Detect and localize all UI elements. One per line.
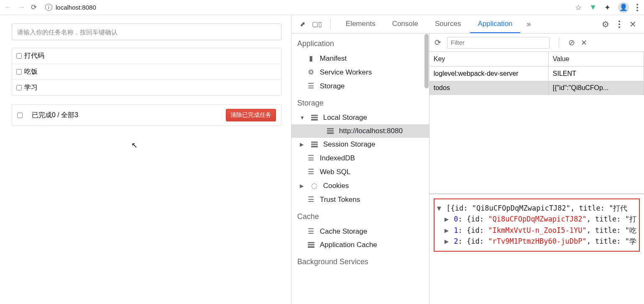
database-icon: ☰ xyxy=(307,82,315,90)
todo-item[interactable]: 学习 xyxy=(12,80,281,95)
todo-item[interactable]: 吃饭 xyxy=(12,64,281,80)
tab-sources[interactable]: Sources xyxy=(427,15,468,33)
refresh-icon[interactable]: ⟳ xyxy=(434,38,441,47)
bookmark-icon[interactable]: ☆ xyxy=(575,3,582,12)
toolbar-right: ☆ ▼ ✦ 👤 xyxy=(575,2,640,13)
tab-elements[interactable]: Elements xyxy=(338,15,383,33)
todo-label: 吃饭 xyxy=(24,67,38,76)
sidebar-item-websql[interactable]: ☰Web SQL xyxy=(291,165,429,179)
col-value[interactable]: Value xyxy=(549,52,644,66)
sidebar-item-cache-storage[interactable]: ☰Cache Storage xyxy=(291,224,429,238)
grid-header-row: Key Value xyxy=(429,52,644,67)
grid-cell-key: todos xyxy=(429,81,549,95)
database-icon: ☰ xyxy=(307,227,315,236)
sidebar-item-application-cache[interactable]: Application Cache xyxy=(291,238,429,252)
grid-spacer xyxy=(429,95,644,193)
storage-view: ⟳ ⊘ ✕ Key Value loglevel:webpack-dev-ser… xyxy=(429,33,644,304)
caret-right-icon[interactable]: ▶ xyxy=(445,237,454,245)
application-sidebar[interactable]: Application ▮Manifest ⚙Service Workers ☰… xyxy=(291,33,429,304)
vue-devtools-icon[interactable]: ▼ xyxy=(589,3,597,12)
session-storage-icon xyxy=(311,142,318,147)
new-todo-input[interactable] xyxy=(12,23,281,40)
todo-summary: 已完成0 / 全部3 xyxy=(32,111,78,120)
grid-row[interactable]: loglevel:webpack-dev-server SILENT xyxy=(429,67,644,81)
file-icon: ▮ xyxy=(307,54,315,63)
inspect-element-icon[interactable]: ⬈ xyxy=(300,20,305,28)
delete-selected-icon[interactable]: ✕ xyxy=(581,38,587,47)
grid-row[interactable]: todos [{"id":"Qi8uCFOp... xyxy=(429,81,644,95)
clear-completed-button[interactable]: 清除已完成任务 xyxy=(226,109,276,121)
caret-right-icon[interactable]: ▶ xyxy=(300,142,304,147)
sidebar-item-service-workers[interactable]: ⚙Service Workers xyxy=(291,65,429,79)
back-button[interactable]: ← xyxy=(4,3,12,12)
settings-icon[interactable]: ⚙ xyxy=(602,19,609,29)
close-devtools-icon[interactable]: ✕ xyxy=(629,19,636,29)
grid-cell-key: loglevel:webpack-dev-server xyxy=(429,67,549,81)
extensions-icon[interactable]: ✦ xyxy=(604,3,611,12)
caret-right-icon[interactable]: ▶ xyxy=(445,215,454,223)
preview-item[interactable]: ▶ 0: {id: "Qi8uCFOpDqMZwapicTJ82", title… xyxy=(437,214,636,224)
device-toolbar-icon[interactable]: ▢▯ xyxy=(312,20,322,28)
todo-app: 打代码 吃饭 学习 已完成0 / 全部3 清除已完成任务 xyxy=(12,23,281,126)
address-bar[interactable]: i localhost:8080 xyxy=(43,4,569,11)
col-key[interactable]: Key xyxy=(429,52,549,66)
tab-console[interactable]: Console xyxy=(385,15,426,33)
browser-toolbar: ← → ⟳ i localhost:8080 ☆ ▼ ✦ 👤 xyxy=(0,0,644,15)
reload-button[interactable]: ⟳ xyxy=(31,3,37,12)
todo-checkbox[interactable] xyxy=(16,53,22,59)
profile-avatar[interactable]: 👤 xyxy=(618,2,629,13)
preview-root[interactable]: ▼ [{id: "Qi8uCFOpDqMZwapicTJ82", title: … xyxy=(437,203,636,214)
section-storage: Storage xyxy=(291,93,429,111)
todo-checkbox[interactable] xyxy=(16,69,22,75)
sidebar-item-cookies[interactable]: ▶◌Cookies xyxy=(291,179,429,193)
cookie-icon: ◌ xyxy=(311,181,318,190)
toggle-all-checkbox[interactable] xyxy=(17,113,23,118)
caret-right-icon[interactable]: ▶ xyxy=(445,226,454,234)
tab-application[interactable]: Application xyxy=(470,15,520,33)
forward-button[interactable]: → xyxy=(18,3,25,12)
chrome-menu-icon[interactable] xyxy=(636,4,638,11)
highlight-box: ▼ [{id: "Qi8uCFOpDqMZwapicTJ82", title: … xyxy=(434,198,640,252)
sidebar-item-local-storage[interactable]: ▼Local Storage xyxy=(291,111,429,124)
divider xyxy=(330,19,331,30)
sidebar-item-session-storage[interactable]: ▶Session Storage xyxy=(291,138,429,151)
devtools-topbar: ⬈ ▢▯ Elements Console Sources Applicatio… xyxy=(291,15,644,33)
divider xyxy=(559,37,559,48)
filter-input[interactable] xyxy=(447,37,549,49)
page-content: 打代码 吃饭 学习 已完成0 / 全部3 清除已完成任务 ↖ xyxy=(0,15,291,304)
site-info-icon[interactable]: i xyxy=(45,4,52,11)
sidebar-item-manifest[interactable]: ▮Manifest xyxy=(291,52,429,65)
todo-footer: 已完成0 / 全部3 清除已完成任务 xyxy=(12,104,281,126)
local-storage-icon xyxy=(327,128,334,134)
caret-down-icon[interactable]: ▼ xyxy=(300,115,304,121)
sidebar-item-trust-tokens[interactable]: ☰Trust Tokens xyxy=(291,193,429,206)
tabs-overflow-icon[interactable]: » xyxy=(522,15,536,33)
caret-right-icon[interactable]: ▶ xyxy=(300,183,304,189)
storage-grid: Key Value loglevel:webpack-dev-server SI… xyxy=(429,52,644,194)
sidebar-item-storage-summary[interactable]: ☰Storage xyxy=(291,79,429,93)
sidebar-item-indexeddb[interactable]: ☰IndexedDB xyxy=(291,151,429,165)
mouse-cursor-icon: ↖ xyxy=(131,141,138,150)
preview-item[interactable]: ▶ 2: {id: "rTv9M1PtmzHBy60-juDbP", title… xyxy=(437,236,636,247)
database-icon: ☰ xyxy=(307,167,315,176)
sidebar-item-local-storage-host[interactable]: http://localhost:8080 xyxy=(291,124,429,138)
database-icon: ☰ xyxy=(307,154,315,162)
grid-cell-val: [{"id":"Qi8uCFOp... xyxy=(549,81,644,95)
todo-label: 打代码 xyxy=(24,52,44,60)
todo-checkbox[interactable] xyxy=(16,85,22,90)
gear-icon: ⚙ xyxy=(307,68,315,77)
local-storage-icon xyxy=(311,115,318,121)
devtools-menu-icon[interactable] xyxy=(618,21,620,28)
value-preview[interactable]: ▼ [{id: "Qi8uCFOpDqMZwapicTJ82", title: … xyxy=(429,194,644,258)
clear-all-icon[interactable]: ⊘ xyxy=(568,38,575,47)
todo-list: 打代码 吃饭 学习 xyxy=(12,48,281,96)
section-cache: Cache xyxy=(291,206,429,224)
section-application: Application xyxy=(291,33,429,52)
caret-down-icon[interactable]: ▼ xyxy=(437,204,446,212)
scrollbar-thumb[interactable] xyxy=(424,34,429,88)
storage-toolbar: ⟳ ⊘ ✕ xyxy=(429,33,644,52)
section-background-services: Background Services xyxy=(291,252,429,270)
preview-item[interactable]: ▶ 1: {id: "IkmMxVvtU-n_ZooI5-1YU", title… xyxy=(437,225,636,236)
todo-item[interactable]: 打代码 xyxy=(12,48,281,64)
database-icon: ☰ xyxy=(307,195,315,204)
